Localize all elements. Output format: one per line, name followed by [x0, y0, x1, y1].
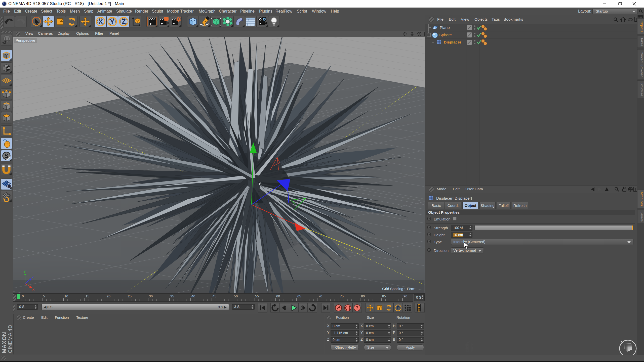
svg-text:Z: Z — [122, 18, 126, 25]
svg-text:X: X — [32, 288, 34, 291]
svg-text:30: 30 — [149, 294, 153, 298]
svg-text:80: 80 — [361, 294, 365, 298]
svg-text:55: 55 — [255, 294, 259, 298]
svg-text:Perspective: Perspective — [16, 38, 35, 42]
svg-text:25: 25 — [128, 294, 132, 298]
svg-text:60: 60 — [276, 294, 280, 298]
svg-text:75: 75 — [340, 294, 344, 298]
svg-text:Z: Z — [32, 276, 34, 279]
svg-text:CINEMA 4D: CINEMA 4D — [7, 325, 13, 353]
svg-text:65: 65 — [297, 294, 301, 298]
svg-text:Y: Y — [24, 270, 26, 274]
svg-text:90: 90 — [404, 294, 407, 298]
svg-text:15: 15 — [86, 294, 89, 298]
svg-text:Y: Y — [110, 18, 114, 25]
svg-text:MAXON: MAXON — [1, 332, 7, 353]
svg-text:X: X — [98, 18, 103, 25]
svg-text:S: S — [5, 153, 9, 159]
svg-text:0: 0 — [22, 294, 24, 298]
svg-text:40: 40 — [191, 294, 195, 298]
svg-text:70: 70 — [318, 294, 322, 298]
svg-text:45: 45 — [213, 294, 216, 298]
svg-text:35: 35 — [170, 294, 174, 298]
svg-text:10: 10 — [64, 294, 68, 298]
svg-text:20: 20 — [107, 294, 110, 298]
svg-text:P: P — [397, 305, 400, 310]
svg-text:Grid Spacing : 1 cm: Grid Spacing : 1 cm — [382, 287, 414, 291]
svg-text:50: 50 — [234, 294, 238, 298]
svg-text:?: ? — [356, 305, 358, 310]
svg-text:5: 5 — [43, 294, 45, 298]
svg-text:85: 85 — [382, 294, 386, 298]
